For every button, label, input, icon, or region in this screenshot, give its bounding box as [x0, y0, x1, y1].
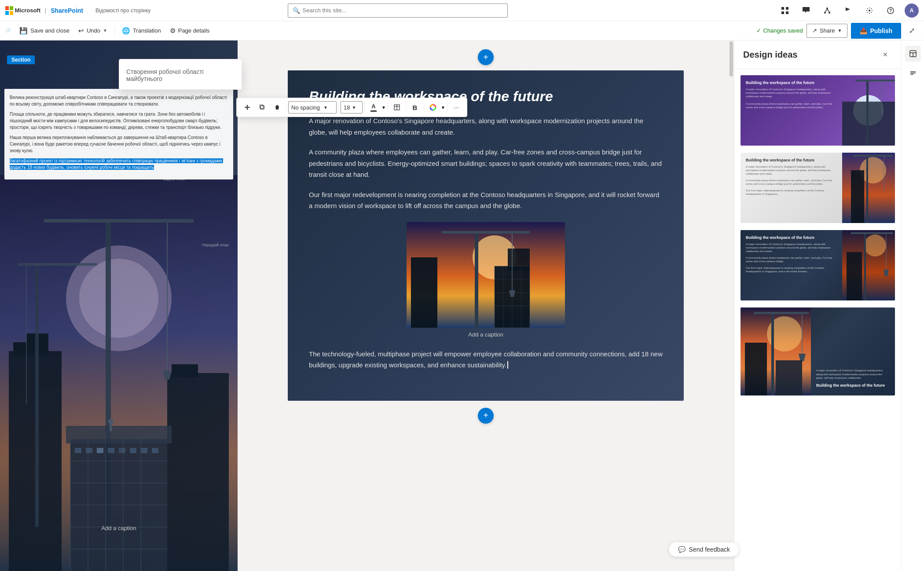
svg-rect-79 — [866, 155, 868, 223]
bold-btn[interactable]: B — [408, 100, 422, 114]
content-area[interactable]: + Building the workspace of the future A… — [238, 40, 734, 571]
dc-text-1: Building the workspace of the future A m… — [741, 75, 842, 146]
left-caption[interactable]: Add a caption — [101, 525, 136, 531]
svg-point-6 — [829, 12, 830, 14]
dc-text-3: Building the workspace of the future A m… — [741, 230, 842, 300]
svg-rect-22 — [44, 219, 88, 222]
article-image — [407, 222, 565, 328]
section-label: Section — [7, 55, 35, 64]
collapse-icon: ⤢ — [909, 26, 915, 35]
share-label: Share — [820, 27, 835, 34]
add-section-top-btn[interactable]: + — [478, 49, 494, 65]
microsoft-label: Microsoft — [15, 7, 41, 14]
search-box[interactable]: 🔍 — [288, 4, 508, 18]
dc-title-1: Building the workspace of the future — [746, 81, 837, 86]
svg-rect-78 — [851, 170, 864, 223]
send-feedback-btn[interactable]: 💬 Send feedback — [669, 542, 739, 557]
logo-area[interactable]: Microsoft | SharePoint — [5, 4, 83, 17]
save-close-button[interactable]: 💾 Save and close — [16, 24, 73, 38]
scroll-indicator[interactable] — [729, 40, 734, 571]
save-icon: 💾 — [19, 27, 28, 35]
grid-icon-btn[interactable] — [778, 4, 792, 18]
font-size-value: 18 — [344, 104, 350, 111]
svg-rect-46 — [119, 448, 125, 453]
article-body[interactable]: A major renovation of Contoso's Singapor… — [309, 115, 663, 212]
design-card-1[interactable]: Building the workspace of the future A m… — [740, 74, 896, 146]
font-size-select[interactable]: 18 ▼ — [341, 101, 363, 113]
microsoft-logo[interactable]: Microsoft — [5, 4, 40, 17]
toolbar-sep-7 — [447, 103, 447, 112]
flag-icon-btn[interactable] — [841, 4, 855, 18]
article-para-3: Our first major redevelopment is nearing… — [309, 189, 663, 212]
design-ideas-title: Design ideas — [743, 50, 797, 60]
more-options-btn[interactable]: ··· — [449, 100, 463, 114]
publish-button[interactable]: 📤 Publish — [851, 23, 901, 39]
sharepoint-label[interactable]: SharePoint — [51, 7, 83, 14]
org-icon-btn[interactable] — [820, 4, 834, 18]
toolbar-sep-6 — [424, 103, 424, 112]
search-input[interactable] — [303, 7, 503, 14]
share-icon: ↗ — [812, 27, 817, 34]
move-icon-btn[interactable] — [240, 100, 254, 114]
settings-icon-btn[interactable] — [862, 4, 876, 18]
help-icon-btn[interactable]: ? — [884, 4, 898, 18]
rail-icon-1[interactable] — [905, 46, 921, 62]
left-panel: Section 3-е-3 Велика реконструкція штаб-… — [0, 40, 238, 571]
publish-label: Publish — [870, 27, 892, 34]
dc-body-6: A major renovation of Contoso's Singapor… — [746, 242, 837, 253]
svg-rect-80 — [853, 155, 893, 157]
article-crane-svg — [407, 222, 565, 328]
text-color-btn[interactable]: A — [367, 100, 381, 114]
article-body-2[interactable]: The technology-fueled, multiphase projec… — [309, 348, 663, 371]
scroll-thumb[interactable] — [730, 41, 733, 77]
color-palette-btn[interactable] — [426, 100, 440, 114]
article-inner: Building the workspace of the future A m… — [288, 70, 684, 401]
chat-icon-btn[interactable] — [799, 4, 813, 18]
spacing-select[interactable]: No spacing ▼ — [288, 101, 337, 113]
left-para-selected[interactable]: багатофазний проект із підтримкою технол… — [10, 157, 228, 171]
publish-icon: 📤 — [860, 27, 867, 34]
design-card-3-inner: Building the workspace of the future A m… — [741, 230, 895, 300]
design-card-2[interactable]: Building the workspace of the future A m… — [740, 152, 896, 224]
dc-title-2: Building the workspace of the future — [746, 158, 837, 163]
design-ideas-header: Design ideas × — [734, 40, 901, 69]
svg-text:?: ? — [889, 8, 892, 13]
duplicate-icon-btn[interactable] — [255, 100, 269, 114]
svg-rect-50 — [260, 106, 264, 109]
design-ideas-list[interactable]: Building the workspace of the future A m… — [734, 69, 901, 571]
svg-rect-74 — [855, 80, 895, 81]
svg-rect-62 — [442, 231, 530, 234]
text-color-chevron[interactable]: ▼ — [381, 105, 386, 110]
undo-button[interactable]: ↩ Undo ▼ — [75, 24, 111, 38]
dc-content-1: Building the workspace of the future A m… — [741, 75, 895, 146]
share-button[interactable]: ↗ Share ▼ — [807, 24, 848, 38]
add-section-bottom-btn[interactable]: + — [478, 408, 494, 424]
dc-image-3 — [842, 230, 895, 300]
svg-rect-29 — [66, 426, 172, 443]
rail-icon-1-svg — [909, 50, 917, 58]
svg-rect-25 — [35, 263, 39, 527]
spacing-label: No spacing — [291, 104, 320, 111]
dc-content-3: Building the workspace of the future A m… — [741, 230, 895, 300]
table-icon-btn[interactable] — [390, 100, 404, 114]
checkmark-icon: ✓ — [756, 27, 761, 34]
collapse-button[interactable]: ⤢ — [905, 24, 919, 38]
delete-icon-btn[interactable] — [270, 100, 284, 114]
font-size-chevron: ▼ — [352, 105, 356, 110]
palette-chevron[interactable]: ▼ — [441, 105, 445, 110]
user-avatar[interactable]: A — [905, 4, 919, 18]
rail-icon-2[interactable] — [905, 65, 921, 81]
close-panel-btn[interactable]: × — [878, 48, 892, 62]
svg-rect-3 — [786, 11, 788, 14]
article-image-caption[interactable]: Add a caption — [468, 331, 503, 338]
svg-line-7 — [825, 9, 827, 12]
svg-rect-96 — [776, 360, 802, 395]
page-details-button[interactable]: ⚙ Page details — [166, 24, 213, 38]
svg-point-14 — [79, 259, 158, 338]
design-card-3[interactable]: Building the workspace of the future A m… — [740, 229, 896, 301]
page-details-label: Page details — [178, 27, 210, 34]
undo-chevron: ▼ — [103, 28, 107, 33]
right-icon-rail — [901, 40, 924, 571]
design-card-4[interactable]: A major renovation of Contoso's Singapor… — [740, 307, 896, 396]
translation-button[interactable]: 🌐 Translation — [118, 24, 165, 38]
